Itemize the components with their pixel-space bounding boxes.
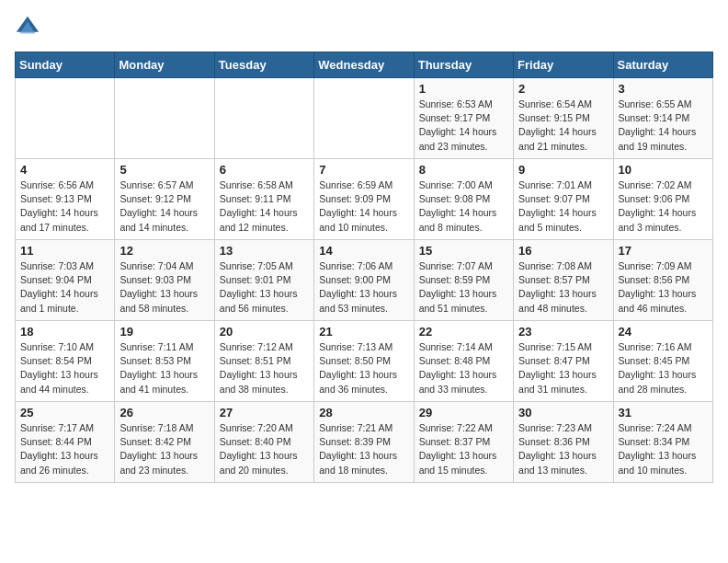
calendar-cell: 23Sunrise: 7:15 AM Sunset: 8:47 PM Dayli… xyxy=(514,321,613,402)
day-detail: Sunrise: 7:16 AM Sunset: 8:45 PM Dayligh… xyxy=(619,340,708,396)
calendar-week-row: 11Sunrise: 7:03 AM Sunset: 9:04 PM Dayli… xyxy=(16,240,713,321)
day-header: Monday xyxy=(115,52,214,78)
calendar-cell: 28Sunrise: 7:21 AM Sunset: 8:39 PM Dayli… xyxy=(314,402,414,483)
day-detail: Sunrise: 6:59 AM Sunset: 9:09 PM Dayligh… xyxy=(319,178,408,235)
day-detail: Sunrise: 7:20 AM Sunset: 8:40 PM Dayligh… xyxy=(220,421,309,477)
day-number: 19 xyxy=(119,325,209,339)
day-detail: Sunrise: 7:13 AM Sunset: 8:50 PM Dayligh… xyxy=(319,340,408,396)
day-header: Thursday xyxy=(414,52,513,78)
day-header: Wednesday xyxy=(314,52,414,78)
day-number: 26 xyxy=(119,406,209,419)
day-detail: Sunrise: 7:01 AM Sunset: 9:07 PM Dayligh… xyxy=(518,178,608,235)
day-header: Saturday xyxy=(613,52,712,78)
calendar-week-row: 4Sunrise: 6:56 AM Sunset: 9:13 PM Daylig… xyxy=(16,159,713,240)
day-number: 13 xyxy=(220,244,309,258)
calendar-cell: 7Sunrise: 6:59 AM Sunset: 9:09 PM Daylig… xyxy=(314,159,414,240)
calendar-cell: 21Sunrise: 7:13 AM Sunset: 8:50 PM Dayli… xyxy=(314,321,414,402)
day-detail: Sunrise: 6:58 AM Sunset: 9:11 PM Dayligh… xyxy=(220,178,309,235)
day-detail: Sunrise: 7:08 AM Sunset: 8:57 PM Dayligh… xyxy=(518,259,608,316)
calendar-cell xyxy=(16,78,115,159)
day-number: 31 xyxy=(619,406,708,419)
logo-icon xyxy=(15,15,40,40)
day-detail: Sunrise: 7:10 AM Sunset: 8:54 PM Dayligh… xyxy=(20,340,109,396)
day-detail: Sunrise: 7:12 AM Sunset: 8:51 PM Dayligh… xyxy=(220,340,309,396)
day-detail: Sunrise: 6:53 AM Sunset: 9:17 PM Dayligh… xyxy=(419,98,508,154)
calendar-cell: 1Sunrise: 6:53 AM Sunset: 9:17 PM Daylig… xyxy=(414,78,513,159)
day-number: 5 xyxy=(119,163,209,177)
day-number: 4 xyxy=(20,163,109,177)
day-number: 15 xyxy=(419,244,508,258)
day-number: 30 xyxy=(518,406,608,419)
calendar-cell: 10Sunrise: 7:02 AM Sunset: 9:06 PM Dayli… xyxy=(613,159,712,240)
day-number: 12 xyxy=(119,244,209,258)
day-number: 16 xyxy=(518,244,608,258)
calendar-cell: 18Sunrise: 7:10 AM Sunset: 8:54 PM Dayli… xyxy=(16,321,115,402)
day-detail: Sunrise: 7:00 AM Sunset: 9:08 PM Dayligh… xyxy=(419,178,508,235)
header-row: SundayMondayTuesdayWednesdayThursdayFrid… xyxy=(16,52,713,78)
calendar-cell: 14Sunrise: 7:06 AM Sunset: 9:00 PM Dayli… xyxy=(314,240,414,321)
day-number: 21 xyxy=(319,325,408,339)
calendar-cell xyxy=(214,78,313,159)
day-detail: Sunrise: 7:07 AM Sunset: 8:59 PM Dayligh… xyxy=(419,259,508,316)
day-number: 29 xyxy=(419,406,508,419)
day-detail: Sunrise: 6:57 AM Sunset: 9:12 PM Dayligh… xyxy=(119,178,209,235)
day-number: 1 xyxy=(419,82,508,96)
day-detail: Sunrise: 7:15 AM Sunset: 8:47 PM Dayligh… xyxy=(518,340,608,396)
calendar-cell: 20Sunrise: 7:12 AM Sunset: 8:51 PM Dayli… xyxy=(214,321,313,402)
day-number: 27 xyxy=(220,406,309,419)
day-number: 10 xyxy=(619,163,708,177)
day-detail: Sunrise: 7:02 AM Sunset: 9:06 PM Dayligh… xyxy=(619,178,708,235)
calendar-cell: 9Sunrise: 7:01 AM Sunset: 9:07 PM Daylig… xyxy=(514,159,613,240)
calendar-week-row: 18Sunrise: 7:10 AM Sunset: 8:54 PM Dayli… xyxy=(16,321,713,402)
page-header xyxy=(15,15,713,40)
day-number: 14 xyxy=(319,244,408,258)
day-detail: Sunrise: 6:54 AM Sunset: 9:15 PM Dayligh… xyxy=(518,98,608,154)
day-detail: Sunrise: 6:55 AM Sunset: 9:14 PM Dayligh… xyxy=(619,98,708,154)
day-number: 18 xyxy=(20,325,109,339)
calendar-cell: 15Sunrise: 7:07 AM Sunset: 8:59 PM Dayli… xyxy=(414,240,513,321)
day-number: 6 xyxy=(220,163,309,177)
day-detail: Sunrise: 7:06 AM Sunset: 9:00 PM Dayligh… xyxy=(319,259,408,316)
day-detail: Sunrise: 7:14 AM Sunset: 8:48 PM Dayligh… xyxy=(419,340,508,396)
calendar-cell: 6Sunrise: 6:58 AM Sunset: 9:11 PM Daylig… xyxy=(214,159,313,240)
day-number: 24 xyxy=(619,325,708,339)
day-header: Sunday xyxy=(16,52,115,78)
day-detail: Sunrise: 7:21 AM Sunset: 8:39 PM Dayligh… xyxy=(319,421,408,477)
calendar-table: SundayMondayTuesdayWednesdayThursdayFrid… xyxy=(15,52,713,483)
day-number: 3 xyxy=(619,82,708,96)
calendar-cell: 16Sunrise: 7:08 AM Sunset: 8:57 PM Dayli… xyxy=(514,240,613,321)
calendar-cell: 12Sunrise: 7:04 AM Sunset: 9:03 PM Dayli… xyxy=(115,240,214,321)
calendar-cell xyxy=(314,78,414,159)
day-number: 7 xyxy=(319,163,408,177)
day-detail: Sunrise: 6:56 AM Sunset: 9:13 PM Dayligh… xyxy=(20,178,109,235)
day-detail: Sunrise: 7:11 AM Sunset: 8:53 PM Dayligh… xyxy=(119,340,209,396)
calendar-cell xyxy=(115,78,214,159)
day-number: 20 xyxy=(220,325,309,339)
calendar-cell: 13Sunrise: 7:05 AM Sunset: 9:01 PM Dayli… xyxy=(214,240,313,321)
calendar-cell: 30Sunrise: 7:23 AM Sunset: 8:36 PM Dayli… xyxy=(514,402,613,483)
calendar-cell: 19Sunrise: 7:11 AM Sunset: 8:53 PM Dayli… xyxy=(115,321,214,402)
day-number: 2 xyxy=(518,82,608,96)
calendar-cell: 26Sunrise: 7:18 AM Sunset: 8:42 PM Dayli… xyxy=(115,402,214,483)
day-detail: Sunrise: 7:22 AM Sunset: 8:37 PM Dayligh… xyxy=(419,421,508,477)
calendar-cell: 31Sunrise: 7:24 AM Sunset: 8:34 PM Dayli… xyxy=(613,402,712,483)
calendar-week-row: 1Sunrise: 6:53 AM Sunset: 9:17 PM Daylig… xyxy=(16,78,713,159)
calendar-cell: 8Sunrise: 7:00 AM Sunset: 9:08 PM Daylig… xyxy=(414,159,513,240)
calendar-cell: 22Sunrise: 7:14 AM Sunset: 8:48 PM Dayli… xyxy=(414,321,513,402)
calendar-cell: 27Sunrise: 7:20 AM Sunset: 8:40 PM Dayli… xyxy=(214,402,313,483)
calendar-cell: 29Sunrise: 7:22 AM Sunset: 8:37 PM Dayli… xyxy=(414,402,513,483)
calendar-cell: 11Sunrise: 7:03 AM Sunset: 9:04 PM Dayli… xyxy=(16,240,115,321)
calendar-cell: 4Sunrise: 6:56 AM Sunset: 9:13 PM Daylig… xyxy=(16,159,115,240)
day-detail: Sunrise: 7:24 AM Sunset: 8:34 PM Dayligh… xyxy=(619,421,708,477)
calendar-cell: 5Sunrise: 6:57 AM Sunset: 9:12 PM Daylig… xyxy=(115,159,214,240)
day-number: 28 xyxy=(319,406,408,419)
day-detail: Sunrise: 7:09 AM Sunset: 8:56 PM Dayligh… xyxy=(619,259,708,316)
day-number: 23 xyxy=(518,325,608,339)
day-header: Friday xyxy=(514,52,613,78)
day-header: Tuesday xyxy=(214,52,313,78)
day-number: 17 xyxy=(619,244,708,258)
day-detail: Sunrise: 7:23 AM Sunset: 8:36 PM Dayligh… xyxy=(518,421,608,477)
day-number: 8 xyxy=(419,163,508,177)
calendar-cell: 24Sunrise: 7:16 AM Sunset: 8:45 PM Dayli… xyxy=(613,321,712,402)
day-detail: Sunrise: 7:18 AM Sunset: 8:42 PM Dayligh… xyxy=(119,421,209,477)
